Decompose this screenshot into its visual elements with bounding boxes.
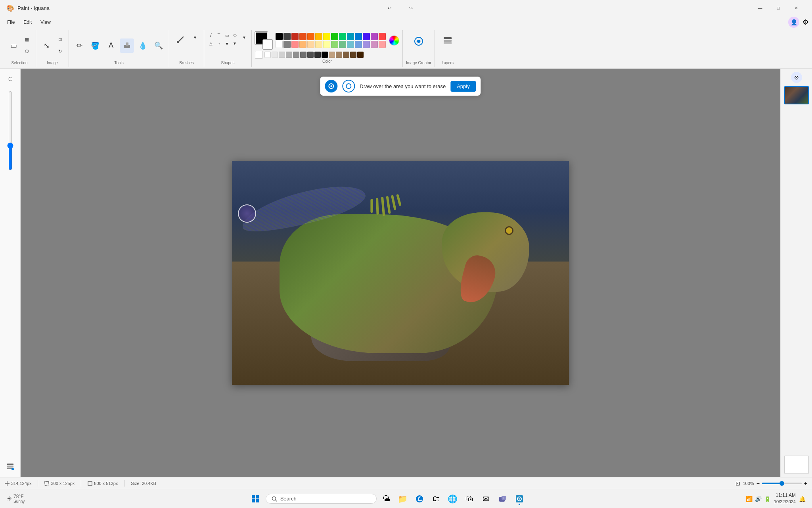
weather-widget[interactable]: ☀ 78°F Sunny bbox=[6, 494, 25, 504]
swatch-3[interactable] bbox=[299, 33, 306, 40]
swatch-35[interactable] bbox=[300, 52, 306, 58]
swatch-15[interactable] bbox=[283, 41, 291, 48]
swatch-27[interactable] bbox=[379, 41, 386, 48]
layers-btn[interactable] bbox=[438, 32, 457, 51]
swatch-34[interactable] bbox=[293, 52, 299, 58]
zoom-slider[interactable] bbox=[762, 483, 802, 484]
swatch-21[interactable] bbox=[331, 41, 338, 48]
taskbar-mail[interactable]: ✉ bbox=[479, 492, 493, 506]
erase-shape-btn[interactable] bbox=[342, 80, 355, 92]
swatch-5[interactable] bbox=[315, 33, 322, 40]
magnify-btn[interactable]: 🔍 bbox=[151, 38, 166, 53]
swatch-38[interactable] bbox=[322, 52, 328, 58]
image-creator-btn[interactable] bbox=[409, 32, 428, 51]
menu-file[interactable]: File bbox=[3, 18, 19, 27]
brush-main-btn[interactable] bbox=[172, 32, 188, 48]
shape-more-btn[interactable]: ▼ bbox=[231, 40, 238, 47]
select-freeform-btn[interactable]: ⬡ bbox=[21, 46, 33, 57]
swatch-10[interactable] bbox=[355, 33, 362, 40]
canvas-area[interactable]: Draw over the area you want to erase App… bbox=[21, 69, 780, 477]
opacity-btn[interactable]: ⬡ bbox=[3, 72, 17, 86]
notification-bell[interactable]: 🔔 bbox=[799, 496, 806, 502]
fill-btn[interactable]: 🪣 bbox=[88, 38, 102, 53]
swatch-40[interactable] bbox=[336, 52, 342, 58]
select-options-btn[interactable]: ▦ bbox=[21, 34, 33, 45]
canvas-thumbnail[interactable] bbox=[784, 86, 809, 104]
shape-rect-btn[interactable]: ▭ bbox=[223, 32, 230, 39]
swatch-6[interactable] bbox=[323, 33, 330, 40]
swatch-26[interactable] bbox=[371, 41, 378, 48]
minimize-btn[interactable]: — bbox=[751, 2, 769, 14]
shape-oval-btn[interactable]: ⬭ bbox=[231, 32, 238, 39]
menu-edit[interactable]: Edit bbox=[19, 18, 36, 27]
swatch-17[interactable] bbox=[299, 41, 306, 48]
swatch-16[interactable] bbox=[291, 41, 299, 48]
swatch-41[interactable] bbox=[343, 52, 349, 58]
taskbar-file-explorer[interactable]: 📁 bbox=[396, 492, 410, 506]
erase-freeform-btn[interactable] bbox=[325, 80, 337, 92]
shapes-dropdown-btn[interactable]: ▼ bbox=[240, 32, 248, 43]
swatch-13[interactable] bbox=[379, 33, 386, 40]
swatch-0[interactable] bbox=[276, 33, 283, 40]
swatch-20[interactable] bbox=[323, 41, 330, 48]
swatch-19[interactable] bbox=[315, 41, 322, 48]
swatch-30[interactable] bbox=[264, 52, 271, 58]
battery-icon[interactable]: 🔋 bbox=[764, 496, 771, 502]
swatch-33[interactable] bbox=[286, 52, 292, 58]
taskbar-browser[interactable]: 🌐 bbox=[446, 492, 460, 506]
layer-stack-btn[interactable]: + bbox=[3, 460, 17, 474]
swatch-39[interactable] bbox=[329, 52, 335, 58]
zoom-out-btn[interactable]: − bbox=[756, 480, 760, 487]
taskbar-teams[interactable]: T bbox=[496, 492, 510, 506]
undo-title-btn[interactable]: ↩ bbox=[380, 2, 398, 14]
swatch-32[interactable] bbox=[279, 52, 285, 58]
swatch-9[interactable] bbox=[347, 33, 354, 40]
shape-tri-btn[interactable]: △ bbox=[207, 40, 214, 47]
settings-icon[interactable]: ⚙ bbox=[802, 18, 809, 27]
rainbow-color-btn[interactable] bbox=[389, 35, 399, 46]
swatch-4[interactable] bbox=[307, 33, 314, 40]
maximize-btn[interactable]: □ bbox=[769, 2, 787, 14]
taskbar-edge-icon[interactable] bbox=[412, 492, 427, 506]
crop-btn[interactable]: ⤡ bbox=[39, 38, 54, 53]
eyedropper-btn[interactable]: 💧 bbox=[136, 38, 150, 53]
zoom-fit-btn[interactable]: ⊡ bbox=[735, 480, 740, 487]
swatch-7[interactable] bbox=[331, 33, 338, 40]
secondary-color[interactable] bbox=[263, 40, 272, 49]
swatch-1[interactable] bbox=[283, 33, 291, 40]
swatch-42[interactable] bbox=[350, 52, 356, 58]
swatch-12[interactable] bbox=[371, 33, 378, 40]
brush-dropdown-btn[interactable]: ▼ bbox=[190, 32, 201, 43]
shape-curve-btn[interactable]: ⌒ bbox=[215, 32, 222, 39]
swatch-24[interactable] bbox=[355, 41, 362, 48]
swatch-36[interactable] bbox=[307, 52, 314, 58]
user-avatar[interactable]: 👤 bbox=[788, 17, 799, 28]
close-btn[interactable]: ✕ bbox=[787, 2, 806, 14]
swatch-37[interactable] bbox=[314, 52, 321, 58]
redo-title-btn[interactable]: ↪ bbox=[402, 2, 420, 14]
taskbar-widgets[interactable]: 🌤 bbox=[379, 492, 393, 506]
swatch-2[interactable] bbox=[291, 33, 299, 40]
swatch-22[interactable] bbox=[339, 41, 346, 48]
swatch-18[interactable] bbox=[307, 41, 314, 48]
swatch-8[interactable] bbox=[339, 33, 346, 40]
swatch-23[interactable] bbox=[347, 41, 354, 48]
swatch-43[interactable] bbox=[357, 52, 364, 58]
eraser-btn[interactable] bbox=[120, 38, 134, 53]
menu-view[interactable]: View bbox=[36, 18, 55, 27]
pencil-btn[interactable]: ✏ bbox=[72, 38, 86, 53]
brush-size-slider[interactable] bbox=[7, 91, 13, 170]
network-icon[interactable]: 📶 bbox=[746, 496, 753, 502]
volume-icon[interactable]: 🔊 bbox=[755, 496, 762, 502]
taskbar-folder[interactable]: 🗂 bbox=[429, 492, 443, 506]
zoom-in-btn[interactable]: + bbox=[804, 480, 807, 487]
shape-star-btn[interactable]: ★ bbox=[223, 40, 230, 47]
thumbnail-refresh-btn[interactable]: ⊙ bbox=[791, 72, 802, 83]
text-btn[interactable]: A bbox=[104, 38, 118, 53]
system-clock[interactable]: 11:11 AM 10/22/2024 bbox=[774, 492, 796, 505]
shape-line-btn[interactable]: / bbox=[207, 32, 214, 39]
swatch-14[interactable] bbox=[276, 41, 283, 48]
swatch-31[interactable] bbox=[272, 52, 278, 58]
taskbar-store[interactable]: 🛍 bbox=[462, 492, 477, 506]
windows-start-btn[interactable] bbox=[247, 491, 263, 507]
